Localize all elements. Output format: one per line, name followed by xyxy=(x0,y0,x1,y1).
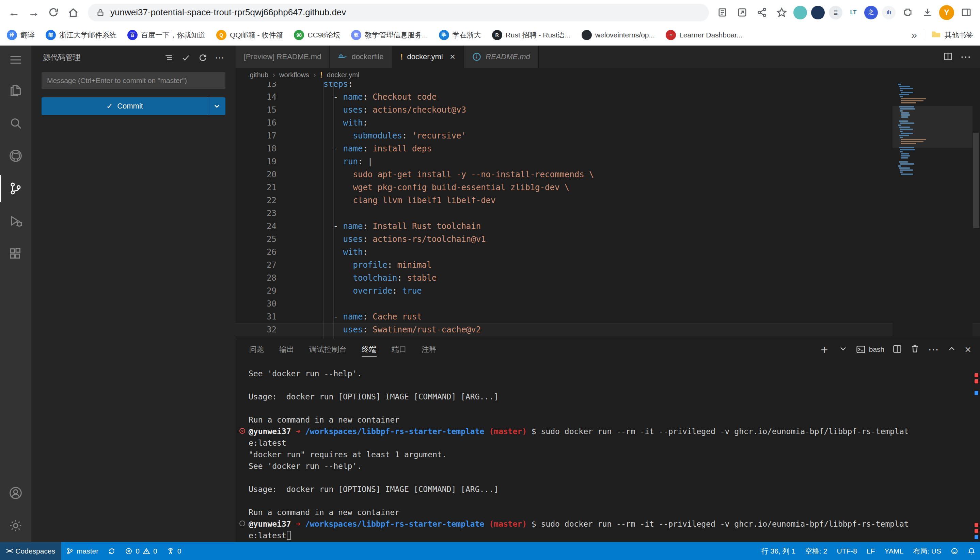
bookmark-item[interactable]: RRust 招聘 - Rust语... xyxy=(492,30,571,40)
commit-check-icon[interactable] xyxy=(179,50,193,65)
account-icon[interactable] xyxy=(0,477,31,509)
kill-terminal-icon[interactable] xyxy=(910,344,920,355)
code-line[interactable]: 16 with: xyxy=(236,117,980,129)
breadcrumb-folder[interactable]: workflows xyxy=(279,71,309,79)
cursor-position[interactable]: 行 36, 列 1 xyxy=(757,542,800,560)
extension-icon[interactable] xyxy=(793,6,807,19)
bookmark-item[interactable]: ≡Learner Dashboar... xyxy=(666,30,743,40)
extension-icon[interactable]: LT xyxy=(846,6,860,19)
code-line[interactable]: 27 profile: minimal xyxy=(236,258,980,272)
explorer-icon[interactable] xyxy=(0,74,31,107)
breadcrumb[interactable]: .github › workflows › ! docker.yml xyxy=(236,68,980,82)
branch-indicator[interactable]: master xyxy=(61,542,103,560)
code-line[interactable]: 25 uses: actions-rs/toolchain@v1 xyxy=(236,233,980,246)
reload-button[interactable] xyxy=(44,3,63,22)
editor[interactable]: 13 steps:14 - name: Checkout code15 uses… xyxy=(236,82,980,339)
panel-tab-comments[interactable]: 注释 xyxy=(421,339,436,360)
code-line[interactable]: 14 - name: Checkout code xyxy=(236,90,980,103)
bookmark-item[interactable]: 邮浙江大学邮件系统 xyxy=(46,30,117,40)
commit-button[interactable]: ✓ Commit xyxy=(42,97,226,115)
code-line[interactable]: 13 steps: xyxy=(236,82,980,90)
panel-tab-problems[interactable]: 问题 xyxy=(249,339,264,360)
feedback-icon[interactable] xyxy=(946,542,963,560)
minimap-slider[interactable] xyxy=(893,106,973,148)
breadcrumb-folder[interactable]: .github xyxy=(248,71,268,79)
panel-tab-debug-console[interactable]: 调试控制台 xyxy=(309,339,347,360)
split-editor-icon[interactable] xyxy=(943,52,953,62)
problems-indicator[interactable]: 0 0 xyxy=(120,542,162,560)
bookmark-item[interactable]: 98CC98论坛 xyxy=(294,30,340,40)
split-terminal-icon[interactable] xyxy=(893,344,902,355)
bookmark-item[interactable]: 学学在浙大 xyxy=(439,30,481,40)
code-line[interactable]: 29 override: true xyxy=(236,284,980,297)
reading-list-icon[interactable] xyxy=(714,5,730,20)
run-debug-icon[interactable] xyxy=(0,205,31,237)
extension-icon[interactable]: ≣ xyxy=(829,6,843,19)
minimap[interactable] xyxy=(893,82,973,339)
bookmark-item[interactable]: QQQ邮箱 - 收件箱 xyxy=(216,30,283,40)
search-icon[interactable] xyxy=(0,107,31,140)
source-control-icon[interactable] xyxy=(0,172,31,205)
commit-dropdown-button[interactable] xyxy=(208,97,226,115)
bookmark-item[interactable]: weloveinterns/op... xyxy=(582,30,655,40)
sync-button[interactable] xyxy=(103,542,120,560)
breadcrumb-file[interactable]: docker.yml xyxy=(327,71,360,79)
address-bar[interactable]: yunwei37-potential-space-trout-rpr5qwj66… xyxy=(88,4,709,22)
code-line[interactable]: 19 run: | xyxy=(236,155,980,168)
close-tab-icon[interactable]: × xyxy=(450,52,455,62)
bookmark-star-icon[interactable] xyxy=(774,5,789,20)
bookmark-item[interactable]: 译翻译 xyxy=(7,30,35,40)
bookmarks-overflow-button[interactable]: » xyxy=(911,29,917,41)
ports-indicator[interactable]: 0 xyxy=(162,542,186,560)
extension-icon[interactable] xyxy=(811,6,825,19)
new-terminal-icon[interactable]: ＋ xyxy=(819,342,830,357)
eol-sequence[interactable]: LF xyxy=(862,542,880,560)
downloads-icon[interactable] xyxy=(920,5,935,20)
back-button[interactable]: ← xyxy=(5,3,23,22)
terminal-dropdown-icon[interactable] xyxy=(838,344,848,355)
code-line[interactable]: 21 wget pkg-config build-essential zlib1… xyxy=(236,181,980,194)
code-line[interactable]: 15 uses: actions/checkout@v3 xyxy=(236,103,980,117)
remote-indicator[interactable]: >< Codespaces xyxy=(0,542,61,560)
commit-message-input[interactable]: Message (Ctrl+Enter to commit on "master… xyxy=(42,72,226,89)
code-line[interactable]: 32 uses: Swatinem/rust-cache@v2 xyxy=(236,323,980,336)
menu-icon[interactable] xyxy=(0,46,31,74)
extensions-puzzle-icon[interactable] xyxy=(900,5,915,20)
notifications-bell-icon[interactable] xyxy=(963,542,980,560)
forward-button[interactable]: → xyxy=(25,3,43,22)
panel-tab-terminal[interactable]: 终端 xyxy=(361,339,376,360)
code-line[interactable]: 23 xyxy=(236,207,980,220)
code-line[interactable]: 31 - name: Cache rust xyxy=(236,310,980,323)
panel-tab-ports[interactable]: 端口 xyxy=(391,339,406,360)
bookmark-item[interactable]: 教教学管理信息服务... xyxy=(351,30,428,40)
code-line[interactable]: 30 xyxy=(236,297,980,310)
editor-scrollbar[interactable] xyxy=(973,82,980,339)
terminal-instance[interactable]: bash xyxy=(856,345,885,354)
profile-avatar[interactable]: Y xyxy=(939,5,954,20)
close-panel-icon[interactable]: × xyxy=(965,343,971,356)
code-line[interactable]: 20 sudo apt-get install -y --no-install-… xyxy=(236,168,980,181)
tab-readme[interactable]: README.md xyxy=(464,46,539,68)
settings-gear-icon[interactable] xyxy=(0,509,31,542)
extension-icon[interactable]: 之 xyxy=(864,6,878,19)
code-line[interactable]: 18 - name: install deps xyxy=(236,142,980,155)
code-line[interactable]: 17 submodules: 'recursive' xyxy=(236,129,980,142)
code-line[interactable]: 24 - name: Install Rust toolchain xyxy=(236,220,980,233)
refresh-icon[interactable] xyxy=(196,50,210,65)
maximize-panel-icon[interactable] xyxy=(947,344,957,355)
bookmark-item[interactable]: 百百度一下，你就知道 xyxy=(127,30,205,40)
share-icon[interactable] xyxy=(754,5,769,20)
tab-dockerfile[interactable]: dockerfile xyxy=(329,46,392,68)
open-in-app-icon[interactable] xyxy=(734,5,750,20)
extension-icon[interactable]: ılı xyxy=(882,6,896,19)
panel-more-actions-icon[interactable]: ⋯ xyxy=(928,343,939,356)
code-line[interactable]: 28 toolchain: stable xyxy=(236,272,980,284)
indentation[interactable]: 空格: 2 xyxy=(800,542,832,560)
view-sort-icon[interactable] xyxy=(161,50,176,65)
encoding[interactable]: UTF-8 xyxy=(832,542,862,560)
code-line[interactable]: 26 with: xyxy=(236,246,980,258)
other-bookmarks-folder[interactable]: 其他书签 xyxy=(931,29,973,41)
editor-more-actions-icon[interactable]: ⋯ xyxy=(960,50,971,63)
code-line[interactable]: 22 clang llvm libelf1 libelf-dev xyxy=(236,194,980,207)
panel-tab-output[interactable]: 输出 xyxy=(279,339,294,360)
